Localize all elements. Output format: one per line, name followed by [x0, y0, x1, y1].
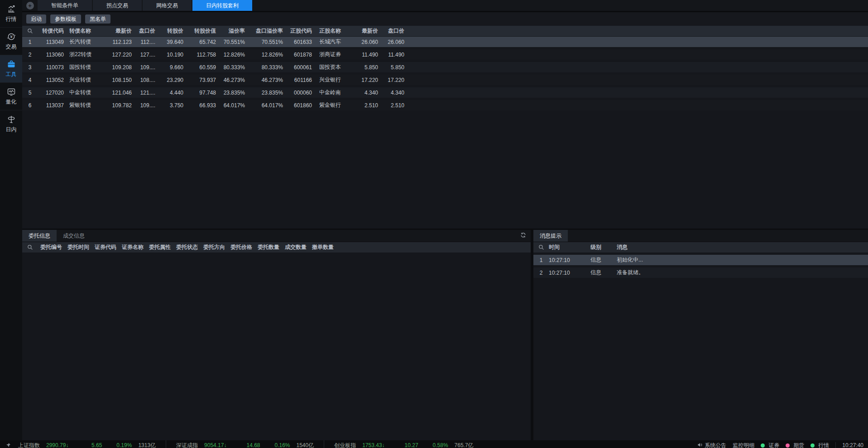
bond-row[interactable]: 5127020中金转债121.046121....4.44097.74823.8… [22, 87, 868, 98]
status-futures[interactable]: 期货 [786, 442, 804, 448]
cell: 4.340 [353, 90, 381, 96]
status-securities[interactable]: 证券 [761, 442, 779, 448]
sidebar-item-market[interactable]: 行情 [0, 0, 22, 28]
message-row[interactable]: 210:27:10信息准备就绪。 [533, 267, 868, 278]
tools-briefcase-icon [7, 60, 16, 69]
clock: 10:27:40 [842, 442, 863, 448]
sidebar-item-tools[interactable]: 工具 [0, 55, 22, 83]
pin-icon[interactable] [5, 440, 11, 448]
column-header[interactable]: 级别 [590, 243, 617, 251]
column-header[interactable]: 委托编号 [38, 243, 65, 251]
cell: 4 [22, 77, 38, 83]
cell: 国投转债 [67, 63, 106, 71]
cell: 26.060 [381, 39, 407, 45]
tab-label: 网格交易 [156, 2, 178, 10]
column-header[interactable]: 委托数量 [255, 243, 282, 251]
tab-message-alerts[interactable]: 消息提示 [533, 230, 568, 242]
system-announcement[interactable]: 系统公告 [697, 442, 726, 448]
orders-panel: 委托信息 成交信息 [22, 230, 531, 440]
column-header[interactable]: 时间 [549, 243, 590, 251]
cell: 601878 [286, 52, 315, 58]
column-header[interactable]: 证券代码 [92, 243, 119, 251]
cell: 109.782 [106, 102, 134, 109]
search-icon[interactable] [22, 244, 38, 250]
column-header[interactable]: 委托方向 [201, 243, 228, 251]
tab-inflection-trading[interactable]: 拐点交易 [93, 0, 142, 11]
orders-table-body [22, 255, 531, 440]
tab-smart-condition-order[interactable]: 智能条件单 [38, 0, 92, 11]
column-header[interactable]: 盘口价 [134, 27, 158, 35]
down-arrow-icon: ↓ [66, 442, 68, 448]
tab-label: 委托信息 [29, 232, 50, 240]
cell: 46.273% [248, 77, 286, 83]
column-header[interactable]: 正股名称 [315, 27, 353, 35]
monitor-detail[interactable]: 监控明细 [733, 442, 754, 448]
futures-status-dot [786, 443, 790, 448]
cell: 113037 [38, 102, 67, 109]
index-change: 10.27 [391, 442, 418, 448]
column-header[interactable]: 委托属性 [146, 243, 173, 251]
intraday-icon [7, 115, 16, 124]
column-header[interactable]: 委托时间 [65, 243, 92, 251]
sidebar-item-quant[interactable]: 量化 [0, 83, 22, 110]
bond-table-body: 1113049长汽转债112.123112....39.64065.74270.… [22, 37, 868, 113]
start-button[interactable]: 启动 [26, 14, 46, 24]
param-template-button[interactable]: 参数模板 [50, 14, 81, 24]
tab-intraday-convertible-arbitrage[interactable]: 日内转股套利 [192, 0, 252, 11]
cell: 6 [22, 102, 38, 109]
status-label: 行情 [818, 442, 829, 448]
column-header[interactable]: 撤单数量 [309, 243, 336, 251]
column-header[interactable]: 成交数量 [282, 243, 309, 251]
cell: 80.333% [248, 64, 286, 71]
tab-trade-info[interactable]: 成交信息 [57, 230, 91, 242]
sidebar-item-intraday[interactable]: 日内 [0, 110, 22, 138]
cell: 10:27:10 [549, 257, 590, 263]
sidebar-item-trade[interactable]: ¥ 交易 [0, 28, 22, 55]
bond-row[interactable]: 3110073国投转债109.208109....9.66060.55980.3… [22, 62, 868, 72]
column-header[interactable]: 证券名称 [119, 243, 146, 251]
bond-row[interactable]: 6113037紫银转债109.782109....3.75066.93364.0… [22, 100, 868, 110]
column-header[interactable]: 委托价格 [228, 243, 255, 251]
column-header[interactable]: 盘口价 [381, 27, 407, 35]
column-header[interactable]: 委托状态 [173, 243, 201, 251]
column-header[interactable]: 转股价 [158, 27, 186, 35]
cell: 准备就绪。 [617, 269, 644, 276]
refresh-button[interactable] [515, 230, 531, 242]
cell: 121.046 [106, 90, 134, 96]
cell: 长城汽车 [315, 38, 353, 46]
column-header[interactable]: 消息 [617, 243, 707, 251]
index-name: 深证成指 [176, 442, 198, 448]
tab-grid-trading[interactable]: 网格交易 [143, 0, 192, 11]
cell: 109.... [134, 64, 158, 71]
cell: 17.220 [353, 77, 381, 83]
blacklist-button[interactable]: 黑名单 [85, 14, 110, 24]
tab-label: 成交信息 [63, 232, 85, 240]
tab-order-info[interactable]: 委托信息 [22, 230, 57, 242]
cell: 601166 [286, 77, 315, 83]
cell: 国投资本 [315, 63, 353, 71]
column-header[interactable]: 正股代码 [286, 27, 315, 35]
column-header[interactable]: 转债代码 [38, 27, 67, 35]
column-header[interactable]: 转股价值 [186, 27, 219, 35]
search-icon[interactable] [533, 244, 549, 250]
add-tab-button[interactable]: + [22, 0, 38, 11]
cell: 70.551% [219, 39, 248, 45]
bond-row[interactable]: 1113049长汽转债112.123112....39.64065.74270.… [22, 37, 868, 47]
status-quotes[interactable]: 行情 [810, 442, 829, 448]
column-header[interactable]: 盘口溢价率 [248, 27, 286, 35]
bond-row[interactable]: 2113060浙22转债127.220127....10.190112.7581… [22, 49, 868, 60]
cell: 紫银转债 [67, 101, 106, 109]
column-header[interactable]: 溢价率 [219, 27, 248, 35]
column-header[interactable]: 转债名称 [67, 27, 106, 35]
column-header[interactable]: 最新价 [353, 27, 381, 35]
index-name: 创业板指 [334, 442, 356, 448]
messages-table-header: 时间级别消息 [533, 242, 868, 253]
cell: 中金转债 [67, 89, 106, 96]
column-header[interactable]: 最新价 [106, 27, 134, 35]
cell: 113060 [38, 52, 67, 58]
cell: 109.208 [106, 64, 134, 71]
bond-row[interactable]: 4113052兴业转债108.150108....23.29073.93746.… [22, 75, 868, 85]
search-icon[interactable] [22, 28, 38, 34]
speaker-icon [697, 442, 703, 448]
message-row[interactable]: 110:27:10信息初始化中... [533, 255, 868, 265]
